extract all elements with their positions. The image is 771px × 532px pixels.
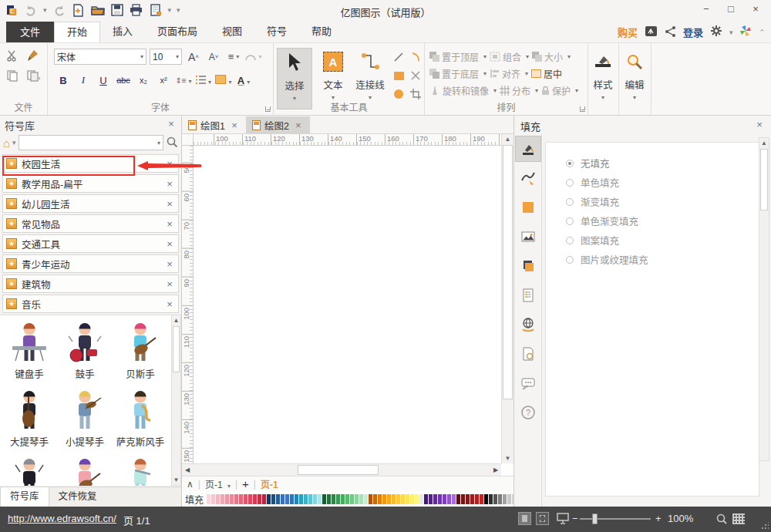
color-swatch[interactable] <box>373 494 377 504</box>
format-painter-icon[interactable] <box>26 49 39 64</box>
color-swatch[interactable] <box>359 494 363 504</box>
theme-pinwheel-icon[interactable] <box>739 25 752 39</box>
color-swatch[interactable] <box>475 494 479 504</box>
color-swatch[interactable] <box>447 494 451 504</box>
presentation-icon[interactable] <box>557 513 569 527</box>
library-item-close-icon[interactable]: × <box>164 178 175 190</box>
page-view-icon[interactable] <box>536 512 549 525</box>
home-icon[interactable]: ⌂ <box>3 136 10 150</box>
export-share-icon[interactable] <box>645 25 658 39</box>
color-swatch[interactable] <box>221 494 224 504</box>
color-swatch[interactable] <box>327 494 331 504</box>
arrange-居中[interactable]: 居中 <box>531 65 562 82</box>
tab-file[interactable]: 文件 <box>6 22 54 42</box>
color-swatch[interactable] <box>211 494 215 504</box>
ellipse-tool-icon[interactable] <box>391 86 406 102</box>
doc-tab-close-icon[interactable]: × <box>229 120 240 131</box>
doc-tab-绘图2[interactable]: 绘图2× <box>246 116 310 133</box>
canvas-hscrollbar[interactable]: ◀ ▶ <box>182 463 501 476</box>
underline-button[interactable]: U <box>94 75 113 86</box>
color-swatch[interactable] <box>276 494 280 504</box>
bullet-list-button[interactable]: ▾ <box>194 75 213 86</box>
scroll-down-icon[interactable]: ▼ <box>172 475 180 485</box>
color-swatch[interactable] <box>239 494 243 504</box>
subscript-button[interactable]: x₂ <box>134 76 153 85</box>
export-menu-icon[interactable]: ▾ <box>168 6 172 14</box>
color-swatch[interactable] <box>401 494 405 504</box>
italic-button[interactable]: I <box>74 74 93 86</box>
color-swatch[interactable] <box>466 494 470 504</box>
arrange-置于顶层[interactable]: 置于顶层▾ <box>429 48 487 65</box>
color-swatch[interactable] <box>387 494 391 504</box>
library-item[interactable]: ★幼儿园生活× <box>2 194 179 213</box>
paste-icon[interactable]: ▾ <box>26 69 40 84</box>
arrange-旋转和镜像[interactable]: 旋转和镜像▾ <box>429 82 497 99</box>
library-item[interactable]: ★交通工具× <box>2 234 179 253</box>
library-item-close-icon[interactable]: × <box>164 158 175 170</box>
arrange-组合[interactable]: 组合▾ <box>490 48 529 65</box>
color-swatch[interactable] <box>295 494 298 504</box>
settings-menu-icon[interactable]: ▾ <box>729 29 733 36</box>
color-swatch[interactable] <box>493 494 497 504</box>
symbol-鼓手[interactable]: 鼓手 <box>57 318 113 386</box>
symbol-flute[interactable] <box>113 454 168 486</box>
symbol-guitar[interactable] <box>57 454 113 486</box>
color-swatch[interactable] <box>267 494 271 504</box>
arrange-大小[interactable]: 大小▾ <box>532 48 571 65</box>
color-swatch[interactable] <box>341 494 345 504</box>
arc-tool-icon[interactable] <box>408 49 423 65</box>
tab-符号[interactable]: 符号 <box>254 22 299 42</box>
maximize-button[interactable]: □ <box>720 2 742 17</box>
color-swatch[interactable] <box>419 494 423 504</box>
fill-option-渐变填充[interactable]: 渐变填充 <box>546 192 759 211</box>
color-swatch[interactable] <box>507 494 511 504</box>
color-swatch[interactable] <box>438 494 442 504</box>
undo-menu-icon[interactable]: ▾ <box>43 6 47 14</box>
library-item-close-icon[interactable]: × <box>164 258 175 270</box>
color-swatch[interactable] <box>498 494 502 504</box>
tab-插入[interactable]: 插入 <box>100 22 145 42</box>
panel-tab-符号库[interactable]: 符号库 <box>0 487 49 507</box>
fit-window-icon[interactable] <box>715 513 728 527</box>
color-swatch[interactable] <box>443 494 446 504</box>
library-item[interactable]: ★教学用品-扁平× <box>2 174 179 193</box>
color-swatch[interactable] <box>336 494 340 504</box>
panel-tab-文件恢复[interactable]: 文件恢复 <box>49 487 106 507</box>
color-swatch[interactable] <box>355 494 359 504</box>
home-menu-icon[interactable]: ▾ <box>12 139 16 146</box>
settings-gear-icon[interactable] <box>710 25 722 39</box>
comment-icon[interactable] <box>515 370 541 396</box>
color-swatch[interactable] <box>382 494 386 504</box>
library-item[interactable]: ★常见物品× <box>2 214 179 233</box>
color-swatch[interactable] <box>415 494 419 504</box>
resize-grip[interactable] <box>761 522 769 530</box>
color-swatch[interactable] <box>285 494 289 504</box>
shape-fill-icon[interactable] <box>515 194 541 221</box>
page-tab-active[interactable]: 页-1 <box>261 477 278 490</box>
color-swatch[interactable] <box>290 494 294 504</box>
color-swatch[interactable] <box>271 494 275 504</box>
doc-tab-close-icon[interactable]: × <box>293 120 304 131</box>
open-folder-icon[interactable] <box>91 3 105 17</box>
color-swatch[interactable] <box>424 494 428 504</box>
decrease-font-icon[interactable]: A˅ <box>205 49 222 65</box>
color-swatch[interactable] <box>410 494 414 504</box>
fill-option-图案填充[interactable]: 图案填充 <box>546 231 759 250</box>
text-arc-icon[interactable]: ▾ <box>245 49 262 65</box>
color-swatch[interactable] <box>258 494 261 504</box>
pencil-tool-icon[interactable] <box>408 68 423 83</box>
color-swatch[interactable] <box>456 494 460 504</box>
bold-button[interactable]: B <box>54 75 72 86</box>
fill-option-图片或纹理填充[interactable]: 图片或纹理填充 <box>546 250 759 269</box>
tab-页面布局[interactable]: 页面布局 <box>145 22 210 42</box>
line-style-icon[interactable] <box>515 165 541 191</box>
tab-视图[interactable]: 视图 <box>210 22 254 42</box>
color-swatch[interactable] <box>392 494 396 504</box>
fill-option-单色填充[interactable]: 单色填充 <box>546 173 759 192</box>
color-swatch[interactable] <box>484 494 488 504</box>
crop-tool-icon[interactable] <box>408 86 423 102</box>
grid-toggle-icon[interactable] <box>732 513 745 524</box>
help-icon[interactable]: ? <box>515 399 541 426</box>
highlight-button[interactable]: ▾ <box>214 75 233 86</box>
symbol-萨克斯风手[interactable]: 萨克斯风手 <box>113 386 168 454</box>
